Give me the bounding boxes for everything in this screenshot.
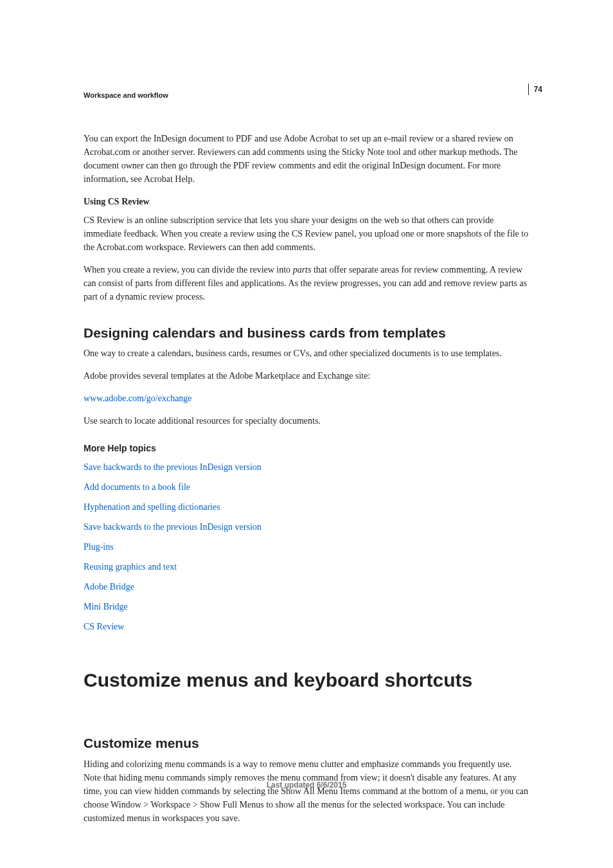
- customize-menus-paragraph: Hiding and colorizing menu commands is a…: [84, 757, 529, 825]
- section-heading-customize-menus: Customize menus: [84, 733, 529, 754]
- help-link[interactable]: Save backwards to the previous InDesign …: [84, 520, 529, 534]
- help-links-list: Save backwards to the previous InDesign …: [84, 460, 529, 633]
- exchange-link-line: www.adobe.com/go/exchange: [84, 392, 529, 405]
- text-span: When you create a review, you can divide…: [84, 265, 293, 275]
- help-link[interactable]: Hyphenation and spelling dictionaries: [84, 500, 529, 514]
- page-number: 74: [528, 84, 542, 95]
- templates-paragraph-3: Use search to locate additional resource…: [84, 414, 529, 428]
- last-updated-footer: Last updated 6/6/2015: [0, 779, 613, 791]
- help-link[interactable]: Add documents to a book file: [84, 480, 529, 494]
- subheading-using-cs-review: Using CS Review: [84, 195, 529, 208]
- help-link[interactable]: Plug-ins: [84, 540, 529, 554]
- cs-review-paragraph-1: CS Review is an online subscription serv…: [84, 213, 529, 254]
- templates-paragraph-2: Adobe provides several templates at the …: [84, 369, 529, 383]
- section-heading-templates: Designing calendars and business cards f…: [84, 323, 529, 343]
- help-link[interactable]: Save backwards to the previous InDesign …: [84, 460, 529, 474]
- exchange-link[interactable]: www.adobe.com/go/exchange: [84, 393, 192, 403]
- help-link[interactable]: CS Review: [84, 620, 529, 633]
- document-page: 74 Workspace and workflow You can export…: [0, 0, 613, 868]
- help-link[interactable]: Adobe Bridge: [84, 580, 529, 593]
- more-help-topics-heading: More Help topics: [84, 442, 529, 455]
- templates-paragraph-1: One way to create a calendars, business …: [84, 347, 529, 360]
- breadcrumb: Workspace and workflow: [84, 90, 529, 101]
- chapter-heading-customize-menus: Customize menus and keyboard shortcuts: [84, 665, 529, 694]
- intro-paragraph: You can export the InDesign document to …: [84, 132, 529, 186]
- help-link[interactable]: Reusing graphics and text: [84, 560, 529, 574]
- emphasis-parts: parts: [293, 265, 312, 275]
- help-link[interactable]: Mini Bridge: [84, 600, 529, 613]
- cs-review-paragraph-2: When you create a review, you can divide…: [84, 263, 529, 303]
